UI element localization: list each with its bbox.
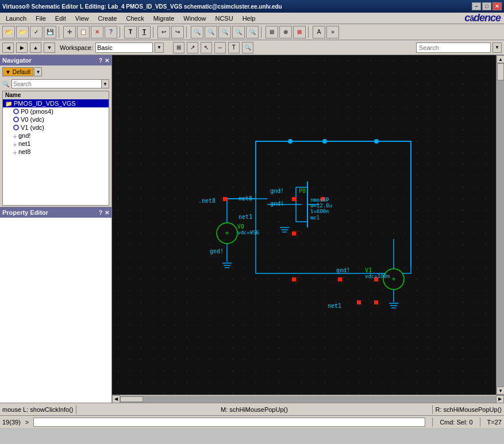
tb-text[interactable]: T	[124, 26, 137, 38]
tree-item-net8[interactable]: ⏚net8	[3, 148, 109, 156]
tree-item-root[interactable]: 📁PMOS_ID_VDS_VGS	[3, 99, 109, 107]
cmd-input[interactable]	[33, 418, 425, 427]
menu-file[interactable]: File	[31, 14, 51, 23]
nav-down-btn[interactable]: ▼	[44, 43, 55, 53]
tb-info[interactable]: ?	[105, 26, 117, 38]
menu-help[interactable]: Help	[238, 14, 260, 23]
menu-view[interactable]: View	[71, 14, 94, 23]
workspace-input[interactable]	[95, 43, 153, 53]
left-panel: Navigator ? ✕ ▼ Default ▼ 🔍 ▼ Name 📁PMOS…	[0, 55, 112, 403]
svg-text:net1: net1	[328, 303, 341, 309]
scroll-thumb-v[interactable]	[497, 63, 504, 80]
tree-item-gnd1[interactable]: ⏚gnd!	[3, 132, 109, 140]
tb-savedb[interactable]: 💾	[44, 26, 56, 38]
search-arrow[interactable]: ▼	[493, 43, 502, 53]
pe-close-icon[interactable]: ✕	[105, 210, 109, 216]
navigator-title: Navigator	[2, 57, 32, 64]
nav-up-btn[interactable]: ▲	[30, 43, 41, 53]
status-bar2: 19(39) > Cmd: Sel: 0 T=27	[0, 415, 504, 428]
filter-arrow[interactable]: ▼	[34, 67, 42, 76]
tb-more[interactable]: »	[326, 26, 339, 38]
nav-back-btn[interactable]: ◀	[2, 43, 14, 53]
tree-item-label: net1	[18, 140, 30, 147]
menu-window[interactable]: Window	[179, 14, 210, 23]
canvas-area[interactable]: +	[112, 55, 496, 395]
navigator-close-icon[interactable]: ✕	[105, 57, 109, 64]
tb-plus[interactable]: ⊕	[279, 26, 292, 38]
tree-item-v0[interactable]: V0 (vdc)	[3, 115, 109, 123]
nav-search-icon: 🔍	[2, 81, 9, 87]
tb-grid[interactable]: ⊞	[266, 26, 278, 38]
scroll-thumb-h[interactable]	[120, 396, 143, 402]
tb-save[interactable]: ✓	[30, 26, 43, 38]
workspace-arrow[interactable]: ▼	[155, 43, 164, 53]
svg-point-38	[374, 139, 379, 144]
tb2-icon5[interactable]: T	[228, 42, 240, 53]
svg-text:gnd!: gnd!	[270, 200, 284, 207]
scroll-right-arrow[interactable]: ▶	[496, 395, 504, 403]
svg-text:l=600n: l=600n	[310, 209, 329, 214]
svg-text:+: +	[391, 275, 395, 283]
svg-rect-41	[292, 231, 296, 235]
nav-fwd-btn[interactable]: ▶	[16, 43, 28, 53]
navigator-help-icon[interactable]: ?	[99, 57, 102, 64]
tb-text2[interactable]: T	[138, 26, 151, 38]
nav-search-arrow[interactable]: ▼	[101, 79, 109, 88]
maximize-button[interactable]: □	[482, 2, 491, 10]
search-input[interactable]	[416, 43, 491, 53]
nav-search-row: 🔍 ▼	[0, 78, 111, 90]
menu-edit[interactable]: Edit	[51, 14, 71, 23]
circle-icon	[13, 109, 19, 114]
tb-open[interactable]: 📁	[16, 26, 29, 38]
scroll-down-arrow[interactable]: ▼	[497, 387, 504, 395]
close-button[interactable]: ✕	[493, 2, 502, 10]
tb2-icon6[interactable]: 🔍	[242, 42, 253, 53]
scroll-up-arrow[interactable]: ▲	[497, 55, 504, 63]
scroll-left-arrow[interactable]: ◀	[112, 395, 120, 403]
tb-redo[interactable]: ↪	[171, 26, 184, 38]
tree-item-p0[interactable]: P0 (pmos4)	[3, 107, 109, 115]
tb-del2[interactable]: ⊠	[293, 26, 306, 38]
tb2-icon1[interactable]: ⊞	[173, 42, 184, 53]
tb-zoom2[interactable]: 🔍	[205, 26, 217, 38]
tb2-icon3[interactable]: ↖	[201, 42, 212, 53]
tb-move[interactable]: ✛	[63, 26, 76, 38]
svg-text:gnd!: gnd!	[270, 188, 284, 194]
tb2-icon2[interactable]: ↗	[187, 42, 198, 53]
prompt-symbol: >	[25, 419, 29, 426]
svg-text:gnd!: gnd!	[336, 267, 350, 273]
status-middle: M: schHiMousePopUp()	[79, 406, 430, 413]
tb-zoom3[interactable]: 🔍	[218, 26, 231, 38]
pe-help-icon[interactable]: ?	[99, 210, 102, 216]
tb-aa[interactable]: A	[313, 26, 325, 38]
scroll-track-v[interactable]	[497, 63, 504, 387]
tb-zoom4[interactable]: 🔍	[232, 26, 245, 38]
scroll-track-h[interactable]	[120, 396, 496, 403]
status-right: R: schHiMousePopUp()	[435, 406, 502, 413]
tree-item-label: gnd!	[18, 132, 30, 139]
tree-item-net1[interactable]: ⏚net1	[3, 140, 109, 148]
tb-copy[interactable]: 📋	[77, 26, 90, 38]
minimize-button[interactable]: −	[472, 2, 481, 10]
tree-item-v1[interactable]: V1 (vdc)	[3, 123, 109, 132]
pe-content	[0, 218, 111, 403]
filter-button[interactable]: ▼ Default	[2, 67, 33, 76]
workspace-label: Workspace:	[60, 44, 93, 51]
menu-check[interactable]: Check	[121, 14, 148, 23]
svg-rect-43	[292, 277, 296, 281]
title-bar: Virtuoso® Schematic Editor L Editing: La…	[0, 0, 504, 13]
menu-launch[interactable]: Launch	[1, 14, 31, 23]
tb-delete[interactable]: ✕	[91, 26, 103, 38]
menu-ncsu[interactable]: NCSU	[210, 14, 237, 23]
tb-zoom1[interactable]: 🔍	[191, 26, 203, 38]
menu-create[interactable]: Create	[93, 14, 121, 23]
nav-tree: Name 📁PMOS_ID_VDS_VGSP0 (pmos4)V0 (vdc)V…	[2, 91, 109, 206]
tb2-icon4[interactable]: ↔	[214, 42, 226, 53]
tb-undo[interactable]: ↩	[157, 26, 170, 38]
nav-search-input[interactable]	[11, 79, 102, 88]
tb-zoom5[interactable]: 🔍	[246, 26, 259, 38]
svg-rect-2	[112, 55, 496, 395]
nav-tree-header: Name	[3, 91, 109, 99]
menu-migrate[interactable]: Migrate	[149, 14, 179, 23]
tb-new[interactable]: 📂	[2, 26, 15, 38]
